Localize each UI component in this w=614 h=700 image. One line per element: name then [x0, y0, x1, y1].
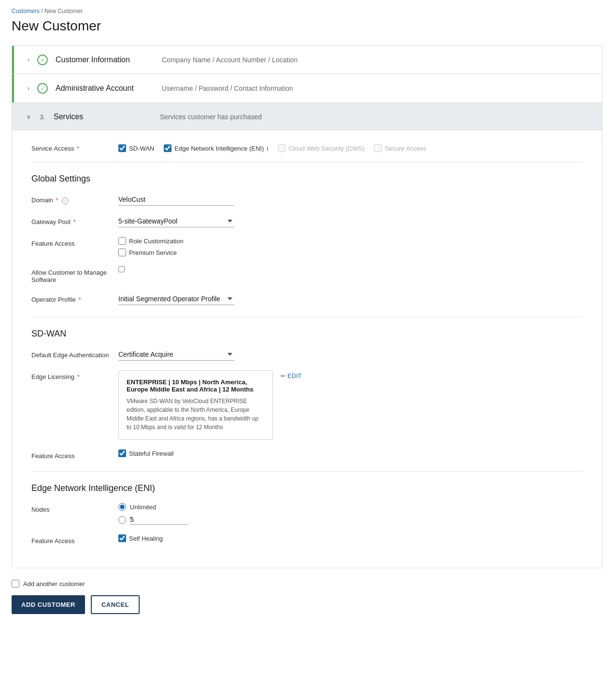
edge-auth-row: Default Edge Authentication Certificate …: [31, 349, 583, 361]
sdwan-checkbox[interactable]: [118, 144, 126, 152]
add-another-label: Add another customer: [23, 580, 85, 588]
left-bar-admin-account: [12, 74, 14, 102]
sdwan-heading: SD-WAN: [31, 329, 583, 339]
stateful-firewall-checkbox[interactable]: [118, 449, 126, 457]
accordion-item-services: ∨ 3. Services Services customer has purc…: [12, 103, 602, 568]
edge-auth-label: Default Edge Authentication: [31, 349, 118, 359]
sdwan-feature-access-row: Feature Access Stateful Firewall: [31, 449, 583, 460]
operator-profile-select[interactable]: Initial Segmented Operator Profile Defau…: [118, 293, 234, 305]
nodes-five-radio[interactable]: [118, 516, 126, 524]
licensing-box-title: ENTERPRISE | 10 Mbps | North America, Eu…: [127, 378, 265, 393]
eni-section: Edge Network Intelligence (ENI) Nodes Un…: [31, 483, 583, 545]
eni-feature-access-wrap: Self Healing: [118, 534, 583, 542]
edge-auth-wrap: Certificate Acquire Certificate Generate…: [118, 349, 583, 361]
edge-licensing-label: Edge Licensing *: [31, 370, 118, 380]
service-access-sdwan[interactable]: SD-WAN: [118, 144, 154, 152]
service-access-row: Service Access * SD-WAN Edge Network Int…: [31, 144, 583, 162]
check-icon-admin-account: ✓: [37, 83, 48, 94]
licensing-box: ENTERPRISE | 10 Mbps | North America, Eu…: [118, 370, 273, 440]
edge-licensing-row: Edge Licensing * ENTERPRISE | 10 Mbps | …: [31, 370, 583, 440]
eni-info-icon[interactable]: i: [267, 145, 268, 152]
accordion-desc-services: Services customer has purchased: [160, 113, 262, 121]
eni-heading: Edge Network Intelligence (ENI): [31, 483, 583, 493]
nodes-row: Nodes Unlimited: [31, 503, 583, 525]
action-buttons: ADD CUSTOMER CANCEL: [12, 595, 602, 614]
accordion-label-admin-account: Administrative Account: [56, 84, 162, 93]
accordion: › ✓ Customer Information Company Name / …: [12, 45, 602, 568]
domain-field-wrap: [118, 194, 583, 206]
operator-profile-label: Operator Profile *: [31, 293, 118, 303]
accordion-label-customer-info: Customer Information: [56, 56, 162, 64]
manage-software-label: Allow Customer to Manage Software: [31, 266, 118, 283]
bottom-section: Add another customer ADD CUSTOMER CANCEL: [12, 580, 602, 614]
chevron-icon-admin-account: ›: [24, 84, 33, 93]
operator-profile-wrap: Initial Segmented Operator Profile Defau…: [118, 293, 583, 305]
chevron-icon-customer-info: ›: [24, 55, 33, 65]
edit-licensing-link[interactable]: ✏ EDIT: [281, 370, 302, 379]
breadcrumb-parent-link[interactable]: Customers: [12, 8, 40, 14]
add-another-row: Add another customer: [12, 580, 602, 588]
add-customer-button[interactable]: ADD CUSTOMER: [12, 595, 85, 614]
cws-checkbox[interactable]: [278, 144, 286, 152]
divider-global-sdwan: [31, 317, 583, 317]
accordion-label-services: Services: [54, 112, 160, 121]
nodes-five-input[interactable]: [130, 515, 188, 525]
nodes-five-option[interactable]: [118, 515, 583, 525]
stateful-firewall-option[interactable]: Stateful Firewall: [118, 449, 583, 457]
manage-software-row: Allow Customer to Manage Software: [31, 266, 583, 283]
domain-row: Domain * i: [31, 194, 583, 206]
gateway-pool-select[interactable]: 5-site-GatewayPool 10-site-GatewayPool: [118, 215, 234, 227]
page-wrapper: Customers / New Customer New Customer › …: [0, 0, 614, 633]
page-title: New Customer: [12, 18, 602, 34]
gateway-pool-wrap: 5-site-GatewayPool 10-site-GatewayPool: [118, 215, 583, 227]
eni-feature-access-label: Feature Access: [31, 534, 118, 545]
domain-label: Domain * i: [31, 194, 118, 204]
premium-service-option[interactable]: Premium Service: [118, 249, 583, 256]
nodes-radio-group: Unlimited: [118, 503, 583, 525]
global-feature-access-row: Feature Access Role Customization Premiu…: [31, 237, 583, 256]
accordion-header-services[interactable]: ∨ 3. Services Services customer has purc…: [12, 103, 602, 131]
service-access-options: SD-WAN Edge Network Intelligence (ENI) i…: [118, 144, 426, 152]
self-healing-checkbox[interactable]: [118, 534, 126, 542]
eni-feature-access-row: Feature Access Self Healing: [31, 534, 583, 545]
breadcrumb-separator: /: [41, 8, 43, 14]
gateway-pool-row: Gateway Pool * 5-site-GatewayPool 10-sit…: [31, 215, 583, 227]
left-bar-customer-info: [12, 46, 14, 74]
accordion-item-customer-info: › ✓ Customer Information Company Name / …: [12, 46, 602, 74]
service-access-required: *: [77, 145, 79, 152]
accordion-desc-admin-account: Username / Password / Contact Informatio…: [162, 84, 293, 92]
accordion-header-customer-info[interactable]: › ✓ Customer Information Company Name / …: [12, 46, 602, 74]
global-settings-heading: Global Settings: [31, 174, 583, 184]
role-customization-option[interactable]: Role Customization: [118, 237, 583, 245]
premium-service-checkbox[interactable]: [118, 249, 126, 256]
secure-checkbox[interactable]: [374, 144, 382, 152]
self-healing-option[interactable]: Self Healing: [118, 534, 583, 542]
global-feature-access-label: Feature Access: [31, 237, 118, 247]
nodes-unlimited-option[interactable]: Unlimited: [118, 503, 583, 511]
cancel-button[interactable]: CANCEL: [91, 595, 140, 614]
add-another-checkbox[interactable]: [12, 580, 19, 588]
domain-info-icon[interactable]: i: [62, 197, 69, 204]
breadcrumb-current: New Customer: [44, 8, 83, 14]
service-access-cws[interactable]: Cloud Web Security (CWS): [278, 144, 364, 152]
edge-auth-select[interactable]: Certificate Acquire Certificate Generate…: [118, 349, 234, 361]
nodes-label: Nodes: [31, 503, 118, 513]
eni-checkbox[interactable]: [164, 144, 171, 152]
domain-input[interactable]: [118, 194, 234, 206]
nodes-unlimited-radio[interactable]: [118, 503, 126, 511]
accordion-header-admin-account[interactable]: › ✓ Administrative Account Username / Pa…: [12, 74, 602, 102]
licensing-box-desc: VMware SD-WAN by VeloCloud ENTERPRISE ed…: [127, 397, 265, 432]
nodes-options: Unlimited: [118, 503, 583, 525]
accordion-item-admin-account: › ✓ Administrative Account Username / Pa…: [12, 74, 602, 103]
operator-profile-row: Operator Profile * Initial Segmented Ope…: [31, 293, 583, 305]
service-access-secure[interactable]: Secure Access: [374, 144, 426, 152]
gateway-pool-label: Gateway Pool *: [31, 215, 118, 225]
manage-software-checkbox[interactable]: [118, 266, 125, 272]
role-customization-checkbox[interactable]: [118, 237, 126, 245]
check-icon-customer-info: ✓: [37, 55, 48, 65]
sdwan-feature-access-wrap: Stateful Firewall: [118, 449, 583, 457]
accordion-number-services: 3.: [37, 112, 48, 122]
service-access-eni[interactable]: Edge Network Intelligence (ENI) i: [164, 144, 268, 152]
breadcrumb: Customers / New Customer: [12, 8, 602, 14]
accordion-desc-customer-info: Company Name / Account Number / Location: [162, 56, 298, 64]
